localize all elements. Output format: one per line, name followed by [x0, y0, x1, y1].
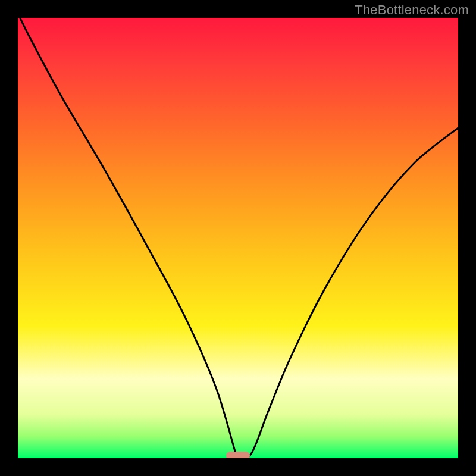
plot-area: [18, 18, 458, 458]
bottleneck-curve: [18, 18, 458, 458]
minimum-marker: [226, 452, 250, 458]
chart-frame: TheBottleneck.com: [0, 0, 476, 476]
watermark-text: TheBottleneck.com: [355, 2, 469, 18]
